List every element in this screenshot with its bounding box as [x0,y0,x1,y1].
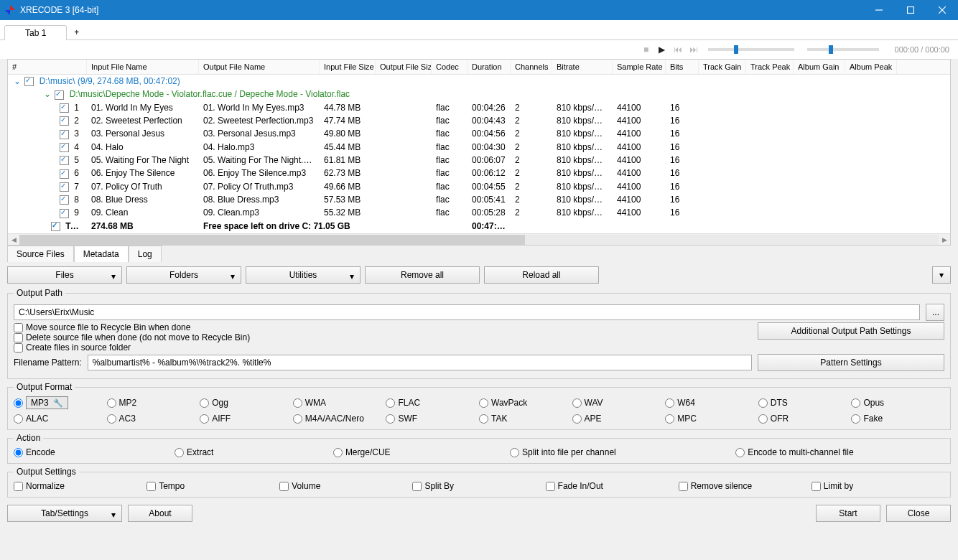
column-header[interactable]: Bits [666,60,699,74]
column-header[interactable]: Album Gain [794,60,845,74]
column-header[interactable]: Bitrate [552,60,613,74]
format-radio-dts[interactable]: DTS [758,396,852,409]
format-radio-m4aaacnero[interactable]: M4A/AAC/Nero [293,414,386,424]
delete-source-checkbox[interactable]: Delete source file when done (do not mov… [14,332,250,342]
folder-row-root[interactable]: ⌄ D:\music\ (9/9, 274.68 MB, 00:47:02) [8,75,950,88]
format-radio-ogg[interactable]: Ogg [200,396,293,409]
action-radio-split-into-file-per-channel[interactable]: Split into file per channel [510,447,707,457]
track-row[interactable]: 4 04. Halo04. Halo.mp345.44 MB flac00:04… [8,141,950,154]
format-radio-ofr[interactable]: OFR [758,414,852,424]
format-radio-mp2[interactable]: MP2 [107,396,200,409]
pattern-settings-button[interactable]: Pattern Settings [758,354,944,371]
tab-metadata[interactable]: Metadata [74,246,129,262]
action-radio-encode-to-multi-channel-file[interactable]: Encode to multi-channel file [735,447,944,457]
stop-icon[interactable]: ■ [641,44,652,55]
wrench-icon[interactable]: 🔧 [53,398,63,408]
track-row[interactable]: 7 07. Policy Of Truth07. Policy Of Truth… [8,180,950,193]
setting-checkbox-limit-by[interactable]: Limit by [811,481,944,491]
column-header[interactable]: Input File Size [320,60,376,74]
track-row[interactable]: 2 02. Sweetest Perfection02. Sweetest Pe… [8,114,950,127]
total-checkbox[interactable] [51,222,60,231]
track-checkbox[interactable] [60,143,69,152]
prev-icon[interactable]: ⏮ [672,44,684,55]
column-header[interactable]: Duration [468,60,511,74]
remove-all-button[interactable]: Remove all [365,266,480,284]
setting-checkbox-tempo[interactable]: Tempo [147,481,279,491]
format-radio-mpc[interactable]: MPC [665,414,758,424]
tab-source-files[interactable]: Source Files [7,246,74,262]
about-button[interactable]: About [128,505,192,522]
create-in-source-checkbox[interactable]: Create files in source folder [14,342,250,353]
move-recycle-checkbox[interactable]: Move source file to Recycle Bin when don… [14,322,250,332]
filename-pattern-input[interactable] [88,355,752,370]
minimize-button[interactable] [863,0,895,20]
browse-button[interactable]: ... [926,304,944,321]
format-radio-ape[interactable]: APE [572,414,666,424]
track-row[interactable]: 5 05. Waiting For The Night05. Waiting F… [8,154,950,167]
track-row[interactable]: 1 01. World In My Eyes01. World In My Ey… [8,101,950,114]
output-path-input[interactable] [14,304,920,320]
utilities-dropdown[interactable]: Utilities▾ [246,266,361,284]
setting-checkbox-fade-in-out[interactable]: Fade In/Out [546,481,679,491]
track-checkbox[interactable] [60,169,69,179]
format-radio-wav[interactable]: WAV [572,396,666,409]
action-radio-extract[interactable]: Extract [175,447,304,457]
folder-checkbox[interactable] [24,77,34,86]
format-radio-mp3[interactable]: MP3 🔧 [14,396,107,409]
format-radio-swf[interactable]: SWF [386,414,479,424]
format-radio-aiff[interactable]: AIFF [200,414,293,424]
track-row[interactable]: 6 06. Enjoy The Silence06. Enjoy The Sil… [8,167,950,179]
reload-all-button[interactable]: Reload all [484,266,599,284]
folder-checkbox[interactable] [55,90,64,100]
tab-1[interactable]: Tab 1 [4,25,67,40]
format-radio-wma[interactable]: WMA [293,396,386,409]
format-radio-w64[interactable]: W64 [665,396,758,409]
grid-body[interactable]: ⌄ D:\music\ (9/9, 274.68 MB, 00:47:02) ⌄… [8,75,950,233]
format-radio-tak[interactable]: TAK [479,414,572,424]
setting-checkbox-remove-silence[interactable]: Remove silence [679,481,811,491]
format-radio-fake[interactable]: Fake [851,414,944,424]
format-radio-flac[interactable]: FLAC [386,396,479,409]
additional-output-settings-button[interactable]: Additional Output Path Settings [758,322,944,340]
close-button[interactable] [926,0,958,20]
new-tab-button[interactable]: + [68,25,85,39]
more-dropdown[interactable]: ▾ [932,266,951,284]
close-app-button[interactable]: Close [886,505,951,522]
column-header[interactable]: Output File Name [199,60,320,74]
action-radio-encode[interactable]: Encode [14,447,146,457]
column-header[interactable]: Codec [432,60,468,74]
column-header[interactable]: Output File Size [376,60,432,74]
progress-slider[interactable] [708,48,794,51]
action-radio-merge-cue[interactable]: Merge/CUE [333,447,481,457]
volume-slider[interactable] [807,48,879,51]
track-checkbox[interactable] [60,182,69,192]
track-row[interactable]: 8 08. Blue Dress08. Blue Dress.mp357.53 … [8,193,950,206]
format-radio-opus[interactable]: Opus [851,396,944,409]
column-header[interactable]: Sample Rate [613,60,666,74]
column-header[interactable]: Track Peak [746,60,794,74]
format-radio-wavpack[interactable]: WavPack [479,396,572,409]
folder-row-cue[interactable]: ⌄ D:\music\Depeche Mode - Violator.flac.… [8,88,950,101]
track-checkbox[interactable] [60,209,69,218]
track-checkbox[interactable] [60,116,69,126]
maximize-button[interactable] [895,0,926,20]
folders-dropdown[interactable]: Folders▾ [126,266,241,284]
start-button[interactable]: Start [816,505,880,522]
column-header[interactable]: Album Peak [845,60,897,74]
tab-settings-dropdown[interactable]: Tab/Settings▾ [7,505,122,522]
play-icon[interactable]: ▶ [656,44,668,55]
horizontal-scrollbar[interactable]: ◀▶ [8,233,950,245]
setting-checkbox-normalize[interactable]: Normalize [14,481,147,491]
track-checkbox[interactable] [60,130,69,139]
collapse-icon[interactable]: ⌄ [44,89,51,99]
track-row[interactable]: 9 09. Clean09. Clean.mp355.32 MB flac00:… [8,206,950,219]
format-radio-ac3[interactable]: AC3 [107,414,200,424]
tab-log[interactable]: Log [129,246,162,262]
track-checkbox[interactable] [60,103,69,113]
files-dropdown[interactable]: Files▾ [7,266,122,284]
column-header[interactable]: # [8,60,87,74]
column-header[interactable]: Input File Name [87,60,199,74]
format-radio-alac[interactable]: ALAC [14,414,107,424]
setting-checkbox-volume[interactable]: Volume [279,481,412,491]
collapse-icon[interactable]: ⌄ [14,76,21,86]
